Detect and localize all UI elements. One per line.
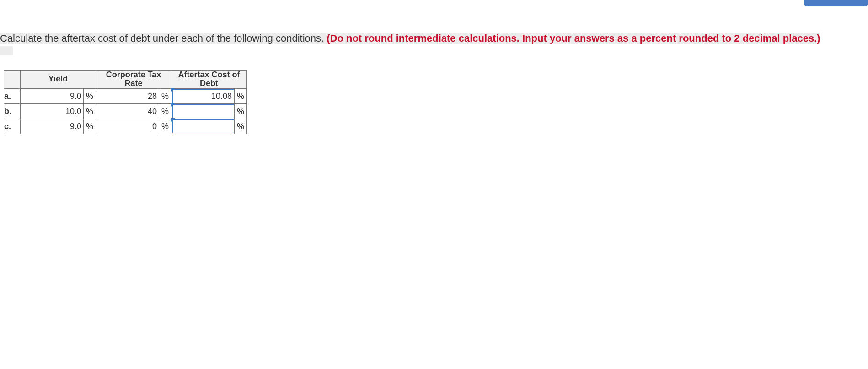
- input-indicator-icon: [171, 103, 175, 108]
- input-indicator-icon: [171, 118, 175, 123]
- yield-value-b: 10.0: [21, 104, 84, 119]
- cost-cell-c: %: [171, 119, 247, 134]
- tax-value-c: 0: [96, 119, 159, 134]
- row-label-a: a.: [4, 89, 21, 104]
- yield-cell-b: 10.0 %: [21, 104, 96, 119]
- cost-value-a: 10.08: [211, 92, 232, 101]
- yield-unit-b: %: [84, 104, 96, 119]
- tax-cell-b: 40 %: [96, 104, 171, 119]
- cost-cell-b: %: [171, 104, 247, 119]
- yield-cell-a: 9.0 %: [21, 89, 96, 104]
- cost-input-c[interactable]: [172, 119, 234, 133]
- header-tax: Corporate Tax Rate: [96, 70, 171, 89]
- question-instruction: (Do not round intermediate calculations.…: [327, 33, 820, 44]
- header-cost: Aftertax Cost of Debt: [171, 70, 247, 89]
- tax-unit-c: %: [159, 119, 171, 134]
- leftover-highlight: [0, 46, 13, 55]
- header-yield: Yield: [21, 70, 96, 89]
- tax-unit-a: %: [159, 89, 171, 103]
- table-row: b. 10.0 % 40 % %: [4, 104, 247, 119]
- table-row: a. 9.0 % 28 % 10.08 %: [4, 89, 247, 104]
- question-text: Calculate the aftertax cost of debt unde…: [0, 32, 868, 55]
- yield-value-a: 9.0: [21, 89, 84, 103]
- cost-unit-a: %: [234, 89, 246, 103]
- table-header-row: Yield Corporate Tax Rate Aftertax Cost o…: [4, 70, 247, 89]
- tax-cell-c: 0 %: [96, 119, 171, 134]
- aftertax-table: Yield Corporate Tax Rate Aftertax Cost o…: [4, 70, 247, 135]
- cost-input-a[interactable]: 10.08: [172, 89, 234, 103]
- yield-unit-c: %: [84, 119, 96, 134]
- question-main: Calculate the aftertax cost of debt unde…: [0, 33, 327, 44]
- header-corner: [4, 70, 21, 89]
- row-label-b: b.: [4, 104, 21, 119]
- cost-unit-c: %: [234, 119, 246, 134]
- row-label-c: c.: [4, 119, 21, 134]
- cost-input-b[interactable]: [172, 104, 234, 118]
- top-accent-bar: [804, 0, 868, 6]
- table-row: c. 9.0 % 0 % %: [4, 119, 247, 134]
- yield-cell-c: 9.0 %: [21, 119, 96, 134]
- yield-value-c: 9.0: [21, 119, 84, 134]
- tax-value-b: 40: [96, 104, 159, 119]
- cost-unit-b: %: [234, 104, 246, 119]
- tax-cell-a: 28 %: [96, 89, 171, 104]
- tax-unit-b: %: [159, 104, 171, 119]
- tax-value-a: 28: [96, 89, 159, 103]
- cost-cell-a: 10.08 %: [171, 89, 247, 104]
- input-indicator-icon: [171, 88, 175, 92]
- yield-unit-a: %: [84, 89, 96, 103]
